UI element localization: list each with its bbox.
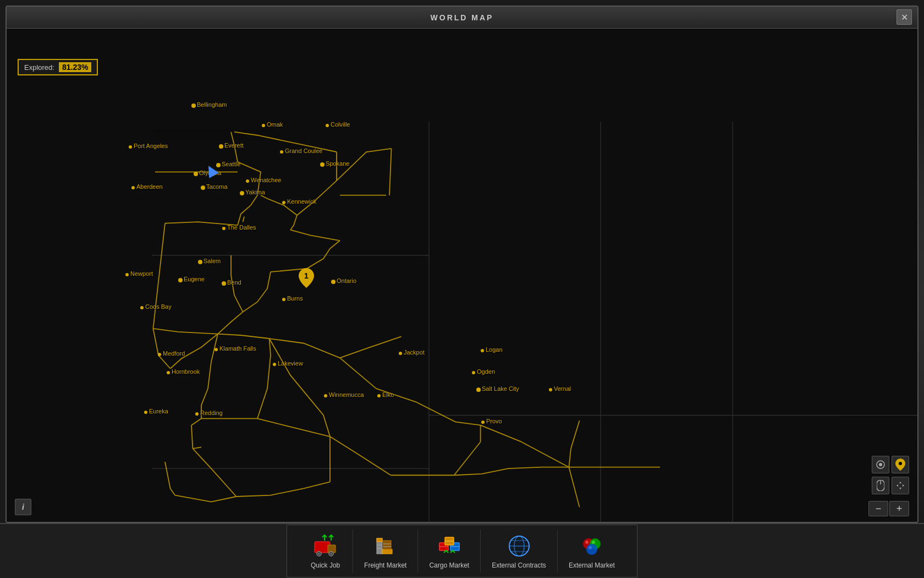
svg-point-8	[879, 463, 882, 466]
svg-point-16	[330, 553, 332, 554]
move-icon[interactable]	[892, 477, 909, 494]
roads-svg	[7, 29, 917, 522]
freight-market-icon	[372, 533, 399, 559]
nav-item-freight-market[interactable]: Freight Market	[353, 530, 418, 572]
external-market-label: External Market	[569, 561, 615, 569]
info-button[interactable]: i	[15, 499, 31, 515]
cargo-market-label: Cargo Market	[429, 561, 469, 569]
quick-job-icon	[312, 533, 339, 559]
explored-label: Explored:	[24, 63, 54, 72]
nav-items: Quick Job	[287, 525, 637, 577]
title-bar: WORLD MAP ✕	[7, 7, 917, 29]
mouse-button[interactable]	[872, 477, 889, 494]
svg-point-9	[899, 462, 902, 465]
svg-rect-22	[383, 541, 391, 549]
external-contracts-label: External Contracts	[492, 561, 546, 569]
cargo-market-icon	[436, 533, 463, 559]
svg-rect-20	[377, 538, 382, 542]
close-button[interactable]: ✕	[897, 9, 912, 25]
explored-value: 81.23%	[59, 62, 91, 72]
nav-item-quick-job[interactable]: Quick Job	[298, 530, 353, 572]
pointer-row	[872, 456, 909, 473]
svg-point-44	[588, 546, 592, 549]
quick-job-label: Quick Job	[311, 561, 340, 569]
pin-button[interactable]	[892, 456, 909, 473]
freight-market-label: Freight Market	[364, 561, 406, 569]
move-row	[872, 477, 909, 494]
map-title: WORLD MAP	[431, 13, 494, 22]
svg-point-43	[592, 541, 595, 544]
bottom-nav: Quick Job	[0, 523, 924, 578]
nav-item-external-contracts[interactable]: External Contracts	[481, 530, 558, 572]
zoom-in-button[interactable]: +	[889, 501, 909, 516]
zoom-out-button[interactable]: −	[868, 501, 888, 516]
svg-point-38	[510, 537, 529, 555]
svg-point-41	[586, 544, 597, 555]
svg-point-14	[318, 553, 320, 554]
map-dialog: WORLD MAP ✕	[6, 6, 919, 523]
zoom-controls: − +	[868, 501, 909, 516]
external-contracts-icon	[506, 533, 532, 559]
nav-item-cargo-market[interactable]: Cargo Market	[418, 530, 481, 572]
map-area[interactable]: BellinghamOmakColvillePort AngelesEveret…	[7, 29, 917, 522]
svg-rect-21	[382, 549, 392, 554]
nav-item-external-market[interactable]: External Market	[558, 530, 626, 572]
cursor-button[interactable]	[872, 456, 889, 473]
external-market-icon	[579, 533, 605, 559]
explored-badge: Explored: 81.23%	[18, 59, 98, 75]
game-window: WORLD MAP ✕	[0, 0, 924, 578]
svg-point-42	[585, 541, 588, 544]
map-controls	[872, 456, 909, 494]
